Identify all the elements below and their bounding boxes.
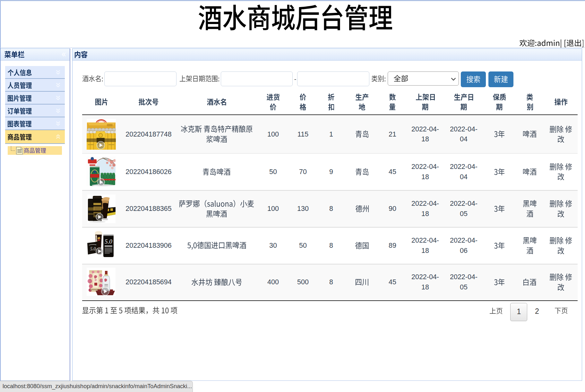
svg-text:5.0: 5.0: [90, 246, 96, 251]
svg-text:5.0: 5.0: [105, 238, 112, 245]
